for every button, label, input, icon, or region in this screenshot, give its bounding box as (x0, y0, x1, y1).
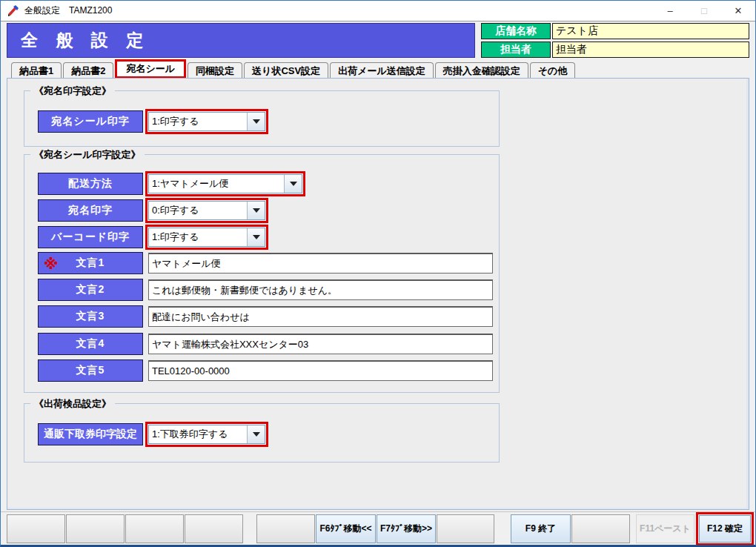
barcode-print-select[interactable]: 1:印字する (148, 228, 265, 247)
tab-address-seal[interactable]: 宛名シール (115, 59, 186, 79)
group-title: 《出荷検品設定》 (30, 397, 115, 411)
required-icon: ※ (44, 254, 59, 274)
tab-delivery-note-1[interactable]: 納品書1 (11, 62, 62, 79)
tab-shipping-mail[interactable]: 出荷メール送信設定 (330, 62, 434, 79)
address-print-label: 宛名印字 (38, 199, 143, 222)
coupon-print-label: 通販下取券印字設定 (38, 423, 143, 445)
group-title: 《宛名シール印字設定》 (30, 148, 145, 162)
title-bar: 全般設定 TAMZ1200 – □ ✕ (1, 1, 755, 21)
function-key-bar: F6ﾀﾌﾞ移動<< F7ﾀﾌﾞ移動>> F9 終了 F11ペースト F12 確定 (1, 511, 755, 545)
chevron-down-icon[interactable] (247, 202, 265, 219)
window-title: 全般設定 TAMZ1200 (24, 4, 112, 17)
highlight-box: 0:印字する (145, 198, 268, 223)
address-print-select[interactable]: 0:印字する (148, 201, 265, 220)
app-icon (7, 4, 19, 17)
text1-input[interactable] (148, 253, 493, 274)
seal-print-select[interactable]: 1:印字する (148, 112, 265, 131)
group-title: 《宛名印字設定》 (30, 84, 115, 98)
highlight-box: F12 確定 (696, 512, 754, 546)
highlight-box: 1:下取券印字する (145, 422, 268, 447)
f8-button-empty (437, 514, 494, 543)
f4-button-empty (185, 514, 243, 543)
text4-input[interactable] (148, 334, 493, 354)
f11-paste-button: F11ペースト (636, 514, 694, 543)
caption-buttons: – □ ✕ (653, 1, 755, 21)
tab-delivery-note-2[interactable]: 納品書2 (63, 62, 113, 79)
text1-label: ※ 文言1 (38, 252, 143, 274)
tab-content-panel: 《宛名印字設定》 宛名シール印字 1:印字する 《宛名シール印字設定》 配送方法… (7, 78, 749, 510)
close-button[interactable]: ✕ (721, 1, 755, 21)
coupon-print-select[interactable]: 1:下取券印字する (148, 425, 265, 444)
f6-tab-prev-button[interactable]: F6ﾀﾌﾞ移動<< (316, 514, 376, 543)
f1-button-empty (7, 514, 65, 543)
group-address-print-settings: 《宛名印字設定》 宛名シール印字 1:印字する (24, 90, 500, 147)
page-title: 全 般 設 定 (7, 23, 475, 58)
tab-bundle-settings[interactable]: 同梱設定 (188, 62, 242, 79)
delivery-method-label: 配送方法 (38, 173, 143, 195)
seal-print-label: 宛名シール印字 (38, 110, 143, 133)
text3-label: 文言3 (38, 305, 143, 328)
settings-tabstrip: 納品書1 納品書2 宛名シール 同梱設定 送り状CSV設定 出荷メール送信設定 … (11, 62, 577, 79)
tab-shipping-csv[interactable]: 送り状CSV設定 (244, 62, 328, 79)
f5-button-empty (256, 514, 315, 543)
chevron-down-icon[interactable] (284, 175, 302, 193)
staff-value: 担当者 (552, 42, 749, 58)
tab-receivable-confirm[interactable]: 売掛入金確認設定 (435, 62, 528, 79)
highlight-box: 1:印字する (145, 225, 268, 250)
maximize-button: □ (687, 1, 721, 21)
store-name-label: 店舗名称 (481, 23, 551, 39)
text2-label: 文言2 (38, 279, 143, 301)
chevron-down-icon[interactable] (247, 113, 265, 130)
text3-input[interactable] (148, 306, 493, 327)
barcode-print-label: バーコード印字 (38, 226, 143, 248)
tab-others[interactable]: その他 (530, 62, 576, 79)
group-shipping-inspection-settings: 《出荷検品設定》 通販下取券印字設定 1:下取券印字する (24, 403, 500, 463)
highlight-box: 1:印字する (145, 109, 268, 134)
f10-button-empty (571, 514, 630, 543)
general-settings-window: 全般設定 TAMZ1200 – □ ✕ 全 般 設 定 店舗名称 テスト店 担当… (0, 0, 756, 547)
minimize-button[interactable]: – (653, 1, 687, 21)
group-seal-print-settings: 《宛名シール印字設定》 配送方法 1:ヤマトメール便 宛名印字 0:印字する (24, 154, 500, 393)
highlight-box: 1:ヤマトメール便 (145, 171, 305, 196)
f7-tab-next-button[interactable]: F7ﾀﾌﾞ移動>> (377, 514, 436, 543)
chevron-down-icon[interactable] (247, 425, 265, 443)
f3-button-empty (125, 514, 184, 543)
staff-label: 担当者 (481, 42, 551, 58)
f12-confirm-button[interactable]: F12 確定 (699, 515, 751, 543)
text2-input[interactable] (148, 279, 493, 300)
text4-label: 文言4 (38, 333, 143, 355)
chevron-down-icon[interactable] (247, 228, 265, 246)
delivery-method-select[interactable]: 1:ヤマトメール便 (148, 174, 302, 193)
f9-exit-button[interactable]: F9 終了 (511, 514, 571, 543)
store-name-value: テスト店 (552, 23, 749, 39)
text5-label: 文言5 (38, 359, 143, 382)
text5-input[interactable] (148, 360, 493, 381)
f2-button-empty (66, 514, 125, 543)
